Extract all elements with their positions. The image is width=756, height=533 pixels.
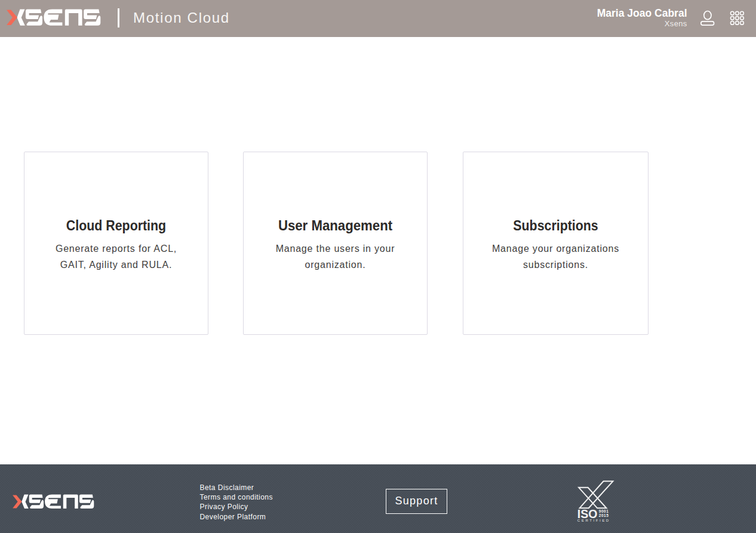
svg-text:CERTIFIED: CERTIFIED xyxy=(577,518,610,522)
svg-text:2015: 2015 xyxy=(599,513,609,517)
